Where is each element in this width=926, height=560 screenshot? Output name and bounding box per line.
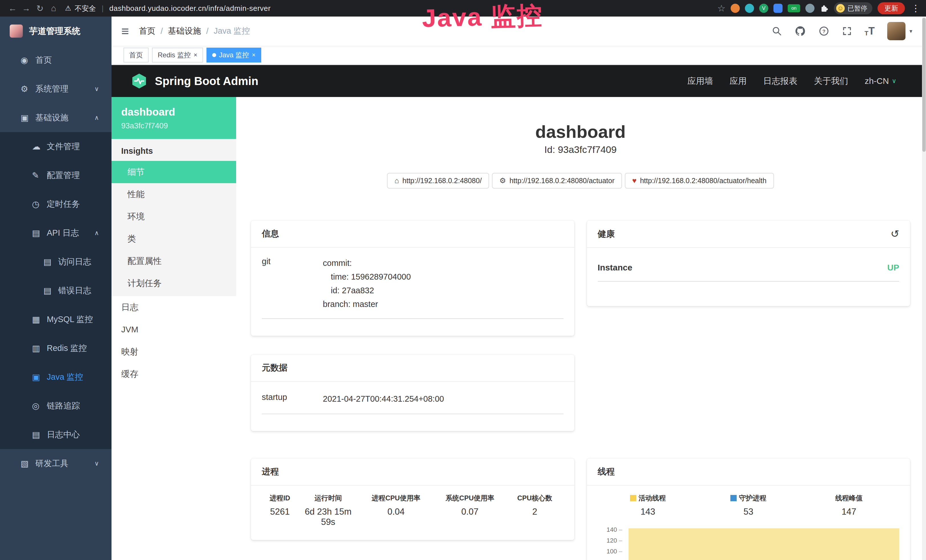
health-instance-row: Instance UP (598, 263, 899, 282)
chevron-down-icon: ▾ (909, 28, 912, 35)
extension-icon-fox[interactable] (731, 4, 740, 13)
sidebar-item-label: 首页 (35, 54, 52, 66)
info-git-row: git commit: time: 1596289704000 id: 27aa… (262, 248, 563, 319)
sidebar-item-mysql-monitor[interactable]: ▦ MySQL 监控 (0, 305, 112, 334)
sidebar-item-log-center[interactable]: ▤ 日志中心 (0, 420, 112, 449)
sidebar-item-tracing[interactable]: ◎ 链路追踪 (0, 391, 112, 420)
process-card: 进程 进程ID 5261 运行时间 (251, 459, 574, 540)
sidebar-item-api-logs[interactable]: ▤ API 日志 ∧ (0, 218, 112, 247)
breadcrumb-item-home[interactable]: 首页 (139, 26, 156, 37)
extensions-puzzle-icon[interactable] (820, 4, 829, 13)
sidebar-item-dev-tools[interactable]: ▧ 研发工具 ∨ (0, 449, 112, 478)
sba-sidebar-item-config-properties[interactable]: 配置属性 (112, 250, 236, 272)
tag-home[interactable]: 首页 (124, 48, 148, 62)
search-icon[interactable] (772, 26, 782, 36)
service-url-link[interactable]: ⌂ http://192.168.0.2:48080/ (387, 173, 489, 189)
sidebar-item-infrastructure[interactable]: ▣ 基础设施 ∧ (0, 103, 112, 132)
tag-label: Java 监控 (219, 50, 249, 60)
sidebar-item-system-mgmt[interactable]: ⚙ 系统管理 ∨ (0, 74, 112, 103)
close-icon[interactable]: × (252, 51, 256, 59)
sidebar-logo[interactable]: 芋道管理系统 (0, 17, 112, 45)
extension-icon-grid[interactable] (773, 4, 782, 13)
card-title: 信息 (262, 228, 279, 240)
avatar[interactable] (887, 22, 905, 40)
home-icon[interactable]: ⌂ (47, 3, 61, 13)
sba-brand-title[interactable]: Spring Boot Admin (155, 75, 259, 88)
health-card: 健康 ↺ Instance UP (587, 221, 910, 306)
github-icon[interactable] (794, 26, 806, 37)
scrollbar-thumb[interactable] (922, 18, 926, 152)
sidebar-item-access-logs[interactable]: ▤ 访问日志 (0, 247, 112, 276)
main-area: ≡ 首页 / 基础设施 / Java 监控 ? (112, 17, 926, 560)
extension-icon-on-badge[interactable]: on (788, 4, 800, 12)
sidebar-item-file-mgmt[interactable]: ☁ 文件管理 (0, 132, 112, 161)
extension-icon-drop[interactable] (745, 4, 754, 13)
sba-locale-select[interactable]: zh-CN ∨ (865, 76, 896, 86)
sba-sidebar-item-details[interactable]: 细节 (112, 161, 236, 183)
info-key: git (262, 256, 323, 311)
tag-redis-monitor[interactable]: Redis 监控 × (152, 48, 203, 62)
user-menu[interactable]: ▾ (887, 22, 912, 40)
help-icon[interactable]: ? (819, 26, 829, 36)
link-url: http://192.168.0.2:48080/actuator/health (640, 177, 766, 185)
sba-sidebar-item-caches[interactable]: 缓存 (112, 363, 236, 385)
sba-sidebar-item-classes[interactable]: 类 (112, 228, 236, 250)
sba-insights-group: Insights 细节 性能 环境 类 配置属性 计划任务 (112, 139, 236, 296)
info-card: 信息 git commit: time: 1596289704000 id: 2… (251, 221, 574, 336)
sba-nav-journal[interactable]: 日志报表 (763, 75, 797, 87)
close-icon[interactable]: × (194, 51, 197, 59)
forward-icon[interactable]: → (20, 3, 33, 13)
sidebar-item-error-logs[interactable]: ▤ 错误日志 (0, 276, 112, 305)
instance-links: ⌂ http://192.168.0.2:48080/ ⚙ http://192… (251, 173, 910, 189)
breadcrumb-item-infrastructure[interactable]: 基础设施 (168, 26, 201, 37)
breadcrumb-item-java-monitor: Java 监控 (213, 26, 250, 37)
sidebar-item-redis-monitor[interactable]: ▥ Redis 监控 (0, 334, 112, 363)
sba-instance-header[interactable]: dashboard 93a3fc7f7409 (112, 97, 236, 139)
sba-sidebar-item-environment[interactable]: 环境 (112, 206, 236, 228)
sidebar-item-config-mgmt[interactable]: ✎ 配置管理 (0, 161, 112, 190)
sba-nav-about[interactable]: 关于我们 (814, 75, 848, 87)
chrome-update-button[interactable]: 更新 (878, 2, 905, 14)
wrench-icon: ⚙ (499, 176, 506, 185)
sba-sidebar-item-loggers[interactable]: 日志 (112, 296, 236, 318)
actuator-url-link[interactable]: ⚙ http://192.168.0.2:48080/actuator (492, 173, 622, 189)
page-scrollbar[interactable] (922, 17, 926, 560)
reload-icon[interactable]: ↻ (33, 3, 47, 14)
sidebar-toggle-icon[interactable]: ≡ (112, 23, 139, 39)
url-text[interactable]: dashboard.yudao.iocoder.cn/infra/admin-s… (109, 4, 271, 13)
sba-sidebar-item-performance[interactable]: 性能 (112, 183, 236, 206)
live-threads-area (629, 528, 899, 560)
info-line: id: 27aa832 (323, 283, 411, 297)
sba-nav-applications[interactable]: 应用 (729, 75, 747, 87)
back-icon[interactable]: ← (6, 3, 20, 13)
sidebar-item-home[interactable]: ◉ 首页 (0, 45, 112, 74)
health-url-link[interactable]: ♥ http://192.168.0.2:48080/actuator/heal… (625, 173, 774, 189)
extension-icon-leaf[interactable] (805, 4, 814, 13)
extension-icon-v[interactable]: V (759, 4, 768, 13)
spring-boot-admin: Spring Boot Admin 应用墙 应用 日志报表 关于我们 zh-CN… (112, 65, 926, 560)
sba-sidebar-item-scheduled-tasks[interactable]: 计划任务 (112, 272, 236, 294)
document-icon: ▤ (43, 286, 58, 295)
sba-sidebar-item-mappings[interactable]: 映射 (112, 341, 236, 363)
browser-profile-badge[interactable]: ☺ 已暂停 (834, 2, 872, 14)
instance-id-line: Id: 93a3fc7f7409 (251, 144, 910, 155)
sba-nav-wallboard[interactable]: 应用墙 (687, 75, 713, 87)
legend-value: 143 (598, 507, 698, 517)
security-warning-label[interactable]: 不安全 (75, 4, 96, 13)
breadcrumb: 首页 / 基础设施 / Java 监控 (139, 26, 250, 37)
history-icon[interactable]: ↺ (891, 228, 899, 240)
font-size-icon[interactable]: TT (865, 25, 875, 37)
browser-menu-icon[interactable]: ⋮ (911, 3, 920, 14)
tag-java-monitor[interactable]: Java 监控 × (206, 48, 261, 62)
sidebar-item-java-monitor[interactable]: ▣ Java 监控 (0, 363, 112, 391)
instance-name: dashboard (121, 106, 227, 118)
fullscreen-icon[interactable] (842, 26, 852, 36)
chevron-down-icon: ∨ (892, 77, 896, 85)
bookmark-star-icon[interactable]: ☆ (717, 3, 726, 14)
tag-label: Redis 监控 (158, 50, 191, 60)
sba-locale-value: zh-CN (865, 76, 889, 86)
legend-label: 活动线程 (639, 493, 666, 502)
sidebar-item-scheduled-jobs[interactable]: ◷ 定时任务 (0, 190, 112, 218)
sba-sidebar-item-jvm[interactable]: JVM (112, 318, 236, 341)
address-bar[interactable]: ⚠ 不安全 | dashboard.yudao.iocoder.cn/infra… (65, 4, 271, 13)
